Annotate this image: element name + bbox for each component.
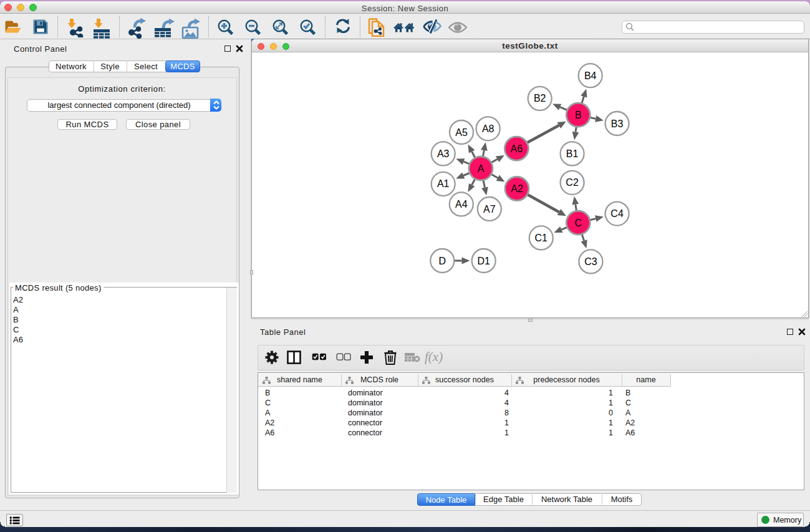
svg-text:D: D — [439, 256, 446, 266]
svg-text:B2: B2 — [534, 93, 546, 104]
svg-text:A2: A2 — [511, 183, 523, 194]
svg-text:C1: C1 — [535, 233, 548, 243]
svg-text:B3: B3 — [611, 118, 624, 129]
svg-text:A5: A5 — [455, 127, 468, 138]
svg-text:B1: B1 — [566, 148, 579, 159]
svg-text:D1: D1 — [477, 256, 490, 266]
svg-text:B4: B4 — [584, 70, 597, 81]
svg-text:C4: C4 — [610, 208, 624, 219]
svg-text:C3: C3 — [584, 256, 597, 267]
svg-text:A1: A1 — [437, 178, 450, 189]
svg-text:A6: A6 — [511, 143, 523, 154]
svg-text:A7: A7 — [483, 204, 496, 215]
svg-text:C2: C2 — [566, 177, 579, 188]
svg-text:C: C — [575, 218, 582, 228]
svg-text:A4: A4 — [455, 199, 468, 210]
svg-text:A3: A3 — [437, 148, 450, 159]
svg-text:A: A — [478, 163, 485, 174]
svg-text:A8: A8 — [482, 123, 494, 134]
svg-text:B: B — [575, 110, 582, 120]
